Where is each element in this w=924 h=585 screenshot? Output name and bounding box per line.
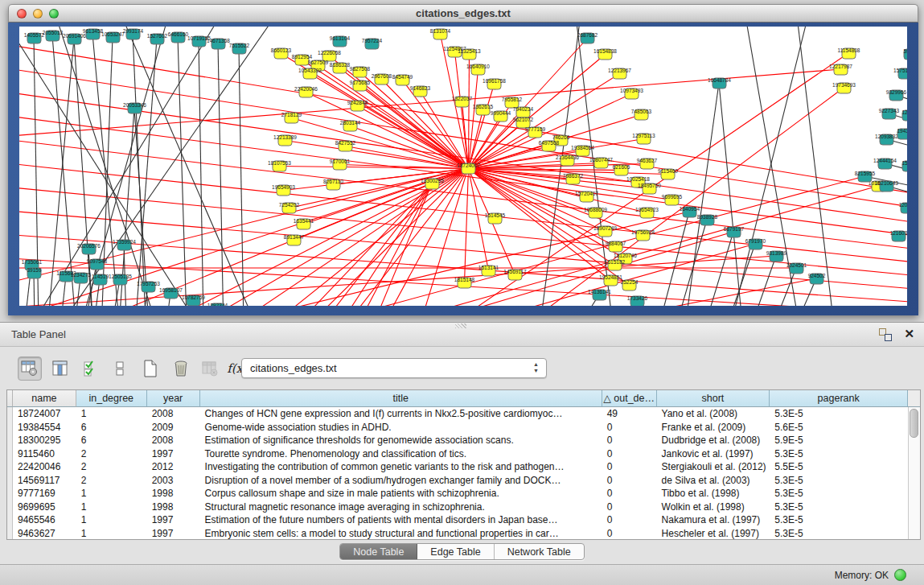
column-visibility-button[interactable] — [48, 356, 72, 381]
float-panel-button[interactable] — [879, 328, 892, 341]
table-cell[interactable]: 14569117 — [13, 474, 76, 488]
table-cell[interactable]: 2 — [76, 447, 147, 461]
table-cell[interactable]: Tourette syndrome. Phenomenology and cla… — [200, 447, 602, 461]
table-row[interactable]: 977716911998Corpus callosum shape and si… — [7, 487, 908, 501]
table-cell[interactable]: 2012 — [147, 460, 200, 474]
table-cell[interactable]: 1 — [76, 527, 147, 540]
table-cell[interactable]: 6 — [76, 421, 147, 435]
table-cell[interactable]: Estimation of significance thresholds fo… — [200, 434, 602, 447]
table-cell[interactable]: 2 — [76, 474, 147, 488]
close-panel-icon[interactable]: ✕ — [904, 327, 914, 341]
table-cell[interactable]: Embryonic stem cells: a model to study s… — [200, 527, 602, 540]
network-canvas[interactable]: 1872400786601238912954122260589627509818… — [19, 27, 907, 306]
table-cell[interactable]: 0 — [602, 447, 657, 461]
table-row[interactable]: 911546021997Tourette syndrome. Phenomeno… — [7, 447, 908, 461]
table-cell[interactable]: Estimation of the future numbers of pati… — [200, 513, 602, 527]
table-cell[interactable]: 1 — [76, 513, 147, 527]
table-row[interactable]: 1830029562008Estimation of significance … — [7, 434, 908, 447]
table-panel-header[interactable]: Table Panel ✕ — [0, 323, 924, 347]
table-cell[interactable]: Stergiakouli et al. (2012) — [657, 460, 770, 474]
table-cell[interactable]: Dudbridge et al. (2008) — [657, 434, 770, 447]
table-cell[interactable]: 0 — [602, 527, 657, 540]
table-cell[interactable]: 49 — [602, 407, 657, 421]
table-cell[interactable]: 5.3E-5 — [770, 527, 908, 540]
row-options-button[interactable] — [108, 356, 132, 381]
table-cell[interactable]: Investigating the contribution of common… — [200, 460, 602, 474]
table-cell[interactable]: 18300295 — [13, 434, 76, 447]
table-cell[interactable]: 9777169 — [13, 487, 76, 501]
table-cell[interactable]: Nakamura et al. (1997) — [657, 513, 770, 527]
table-row[interactable]: 946554611997Estimation of the future num… — [7, 513, 908, 527]
vertical-scrollbar[interactable] — [908, 407, 920, 539]
delete-table-button[interactable] — [198, 356, 222, 381]
table-cell[interactable]: Disruption of a novel member of a sodium… — [200, 474, 602, 488]
table-cell[interactable]: Structural magnetic resonance image aver… — [200, 501, 602, 514]
table-row[interactable]: 969969511998Structural magnetic resonanc… — [7, 501, 908, 514]
table-cell[interactable]: 5.5E-5 — [770, 460, 908, 474]
table-cell[interactable]: 2009 — [147, 421, 200, 435]
table-cell[interactable]: 0 — [602, 434, 657, 447]
table-cell[interactable]: Jankovic et al. (1997) — [657, 447, 770, 461]
delete-column-button[interactable] — [169, 356, 193, 381]
table-cell[interactable]: Changes of HCN gene expression and I(f) … — [200, 407, 602, 421]
table-cell[interactable]: 9465546 — [13, 513, 76, 527]
tab-network-table[interactable]: Network Table — [495, 544, 584, 559]
table-cell[interactable]: 0 — [602, 501, 657, 514]
table-cell[interactable]: 1 — [76, 407, 147, 421]
panel-resize-grip[interactable] — [455, 323, 466, 328]
table-cell[interactable]: 0 — [602, 513, 657, 527]
table-cell[interactable]: 1998 — [147, 501, 200, 514]
table-cell[interactable]: 22420046 — [13, 460, 76, 474]
table-cell[interactable]: 18724007 — [13, 407, 76, 421]
column-header-title[interactable]: title — [200, 390, 602, 407]
table-cell[interactable]: 5.3E-5 — [770, 501, 908, 514]
table-row[interactable]: 2242004622012Investigating the contribut… — [7, 460, 908, 474]
table-cell[interactable]: Tibbo et al. (1998) — [657, 487, 770, 501]
table-cell[interactable]: 9463627 — [13, 527, 76, 540]
new-column-button[interactable] — [138, 356, 162, 381]
table-cell[interactable]: 2 — [76, 460, 147, 474]
table-row[interactable]: 1456911722003Disruption of a novel membe… — [7, 474, 908, 488]
table-cell[interactable]: Genome-wide association studies in ADHD. — [200, 421, 602, 435]
table-cell[interactable]: 9699695 — [13, 501, 76, 514]
column-header-pagerank[interactable]: pagerank — [770, 390, 908, 407]
table-cell[interactable]: Wolkin et al. (1998) — [657, 501, 770, 514]
table-cell[interactable]: 1997 — [147, 527, 200, 540]
table-cell[interactable]: 6 — [76, 434, 147, 447]
table-cell[interactable]: 5.3E-5 — [770, 513, 908, 527]
table-cell[interactable]: 9115460 — [13, 447, 76, 461]
table-cell[interactable]: 1 — [76, 501, 147, 514]
network-table-select[interactable]: citations_edges.txt ▲▼ — [241, 358, 547, 378]
table-cell[interactable]: 0 — [602, 474, 657, 488]
table-cell[interactable]: 0 — [602, 421, 657, 435]
table-mode-button[interactable] — [18, 356, 42, 381]
column-header-short[interactable]: short — [657, 390, 770, 407]
tab-edge-table[interactable]: Edge Table — [417, 544, 494, 559]
table-row[interactable]: 1938455462009Genome-wide association stu… — [7, 421, 908, 435]
table-cell[interactable]: 1 — [76, 487, 147, 501]
table-cell[interactable]: 0 — [602, 460, 657, 474]
select-columns-button[interactable] — [79, 356, 103, 381]
table-cell[interactable]: 5.9E-5 — [770, 434, 908, 447]
tab-node-table[interactable]: Node Table — [340, 544, 417, 559]
table-cell[interactable]: 5.3E-5 — [770, 447, 908, 461]
window-titlebar[interactable]: citations_edges.txt — [8, 4, 918, 23]
table-cell[interactable]: de Silva et al. (2003) — [657, 474, 770, 488]
table-cell[interactable]: Yano et al. (2008) — [657, 407, 770, 421]
table-row[interactable]: 946362711997Embryonic stem cells: a mode… — [7, 527, 908, 540]
table-cell[interactable]: Hescheler et al. (1997) — [657, 527, 770, 540]
column-header-in_degree[interactable]: in_degree — [76, 390, 147, 407]
table-cell[interactable]: 5.6E-5 — [770, 421, 908, 435]
table-cell[interactable]: 2008 — [147, 434, 200, 447]
table-cell[interactable]: 2008 — [147, 407, 200, 421]
table-cell[interactable]: 0 — [602, 487, 657, 501]
table-cell[interactable]: Corpus callosum shape and size in male p… — [200, 487, 602, 501]
column-header-name[interactable]: name — [13, 390, 76, 407]
table-cell[interactable]: 5.3E-5 — [770, 474, 908, 488]
table-cell[interactable]: Franke et al. (2009) — [657, 421, 770, 435]
scrollbar-thumb[interactable] — [910, 409, 918, 438]
table-row[interactable]: 1872400712008Changes of HCN gene express… — [7, 407, 908, 421]
table-cell[interactable]: 5.3E-5 — [770, 487, 908, 501]
column-header-out_de[interactable]: △ out_de… — [602, 390, 657, 407]
table-cell[interactable]: 2003 — [147, 474, 200, 488]
